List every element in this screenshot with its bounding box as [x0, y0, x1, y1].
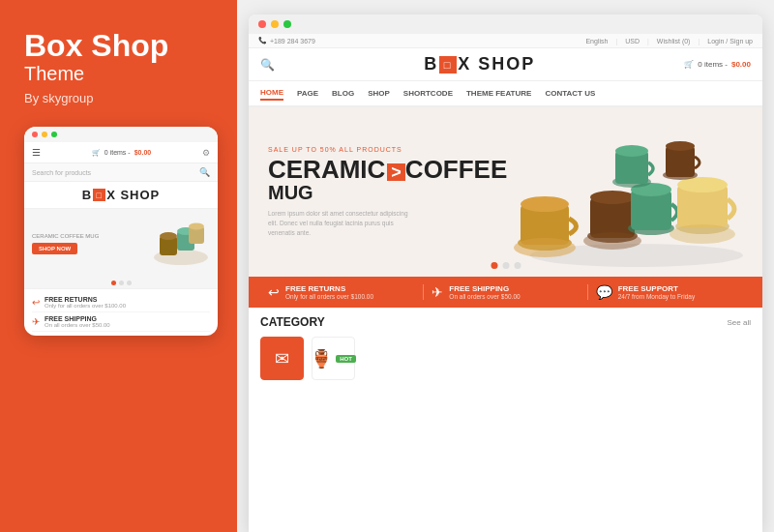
green-dot — [51, 132, 57, 137]
mobile-mockup: ☰ 🛒 0 items - $0.00 ⚙ Search for product… — [24, 127, 218, 336]
desktop-top-bar — [249, 15, 762, 34]
returns-icon: ↩ — [32, 297, 40, 308]
banner-dot-2[interactable] — [119, 281, 124, 285]
category-title: CATEGORY — [260, 315, 325, 329]
shop-now-button[interactable]: SHOP NOW — [32, 243, 77, 254]
nav-home[interactable]: HOME — [260, 86, 283, 101]
utility-phone: 📞 +189 284 3679 — [258, 37, 315, 44]
banner-label: CERAMIC COFFEE MUG — [32, 233, 99, 239]
settings-icon[interactable]: ⚙ — [202, 148, 210, 158]
mobile-features: ↩ FREE RETURNS Only for all orders over … — [24, 288, 218, 336]
phone-number: +189 284 3679 — [270, 38, 315, 44]
desktop-returns-content: FREE RETURNS Only for all orders over $1… — [285, 284, 373, 300]
desktop-search-icon[interactable]: 🔍 — [260, 58, 275, 72]
hero-sale-label: SALE UP TO 50% ALL PRODUCTS — [268, 146, 507, 153]
see-all-link[interactable]: See all — [728, 318, 751, 327]
mobile-top-bar — [24, 127, 218, 142]
mobile-banner-image — [152, 217, 210, 270]
svg-point-25 — [666, 141, 695, 151]
currency-selector[interactable]: USD — [625, 38, 640, 44]
cups-illustration-mobile — [152, 217, 210, 270]
svg-point-27 — [583, 232, 641, 250]
category-icon-2: 🏺 — [311, 348, 332, 369]
desktop-support-icon: 💬 — [596, 284, 612, 300]
hero-dot-1[interactable] — [491, 262, 497, 269]
mobile-header: ☰ 🛒 0 items - $0.00 ⚙ — [24, 142, 218, 163]
mobile-feature-shipping: ✈ FREE SHIPPING On all orders over $50.0… — [32, 312, 210, 332]
nav-blog[interactable]: BLOG — [332, 87, 354, 100]
cart-price: $0.00 — [134, 149, 152, 156]
hero-highlight: > — [387, 163, 405, 181]
hero-navigation-dots — [491, 262, 521, 269]
hero-dot-2[interactable] — [502, 262, 509, 269]
nav-contact[interactable]: CONTACT US — [545, 87, 595, 100]
language-selector[interactable]: English — [585, 38, 608, 44]
desktop-shipping-desc: On all orders over $50.00 — [449, 293, 520, 300]
search-placeholder: Search for products — [32, 169, 91, 176]
hero-desc: Lorem ipsum dolor sit amet consectetur a… — [268, 209, 413, 237]
desktop-cart[interactable]: 🛒 0 items - $0.00 — [684, 60, 751, 69]
desktop-category-header: CATEGORY See all — [249, 308, 762, 337]
search-icon[interactable]: 🔍 — [199, 167, 210, 177]
returns-title: FREE RETURNS — [45, 296, 126, 303]
shipping-content: FREE SHIPPING On all orders over $50.00 — [45, 315, 110, 328]
desktop-red-dot — [258, 20, 266, 28]
left-panel: Box Shop Theme By skygroup ☰ 🛒 0 items -… — [0, 0, 237, 532]
desktop-hero: SALE UP TO 50% ALL PRODUCTS CERAMIC>COFF… — [249, 107, 762, 277]
cart-icon: 🛒 — [92, 149, 101, 157]
banner-dot-1[interactable] — [111, 281, 116, 285]
desktop-support-title: FREE SUPPORT — [618, 284, 695, 293]
hero-title-sub: MUG — [268, 182, 507, 203]
desktop-support-content: FREE SUPPORT 24/7 from Monday to Friday — [618, 284, 695, 300]
account-link[interactable]: Login / Sign up — [707, 38, 753, 44]
shipping-title: FREE SHIPPING — [45, 315, 110, 322]
right-panel: 📞 +189 284 3679 English | USD | Wishlist… — [237, 0, 774, 532]
svg-point-22 — [615, 145, 648, 157]
category-item-1[interactable]: ✉ — [260, 337, 304, 380]
desktop-green-dot — [283, 20, 291, 28]
shipping-icon: ✈ — [32, 316, 40, 327]
nav-page[interactable]: PAGE — [297, 87, 318, 100]
banner-dot-3[interactable] — [127, 281, 132, 285]
desktop-feature-shipping: ✈ FREE SHIPPING On all orders over $50.0… — [424, 284, 587, 300]
mobile-feature-returns: ↩ FREE RETURNS Only for all orders over … — [32, 293, 210, 312]
app-by: By skygroup — [24, 91, 218, 105]
mobile-banner: CERAMIC COFFEE MUG SHOP NOW — [24, 209, 218, 278]
hamburger-icon[interactable]: ☰ — [32, 147, 41, 158]
nav-shop[interactable]: SHOP — [368, 87, 390, 100]
hero-content: SALE UP TO 50% ALL PRODUCTS CERAMIC>COFF… — [249, 132, 526, 251]
desktop-main-header: 🔍 B□X SHOP 🛒 0 items - $0.00 — [249, 48, 762, 81]
svg-point-2 — [160, 232, 177, 240]
mobile-logo-area: B□X SHOP — [24, 182, 218, 209]
desktop-cart-price: $0.00 — [731, 60, 751, 69]
hot-badge: HOT — [336, 355, 356, 363]
nav-theme-feature[interactable]: THEME FEATURE — [466, 87, 531, 100]
desktop-logo: B□X SHOP — [424, 54, 535, 74]
logo-box-icon: □ — [93, 189, 105, 201]
hero-title-main: CERAMIC>COFFEE — [268, 157, 507, 182]
desktop-features-bar: ↩ FREE RETURNS Only for all orders over … — [249, 277, 762, 308]
app-subtitle: Theme — [24, 63, 218, 85]
desktop-cart-icon: 🛒 — [684, 60, 694, 69]
desktop-support-desc: 24/7 from Monday to Friday — [618, 293, 695, 300]
desktop-returns-icon: ↩ — [268, 284, 280, 300]
hero-dot-3[interactable] — [514, 262, 521, 269]
svg-point-10 — [521, 196, 569, 212]
returns-content: FREE RETURNS Only for all orders over $1… — [45, 296, 126, 309]
category-item-2[interactable]: 🏺 HOT — [312, 337, 355, 380]
yellow-dot — [42, 132, 47, 137]
mobile-cart[interactable]: 🛒 0 items - $0.00 — [92, 149, 151, 157]
desktop-mockup: 📞 +189 284 3679 English | USD | Wishlist… — [249, 15, 762, 532]
desktop-feature-support: 💬 FREE SUPPORT 24/7 from Monday to Frida… — [588, 284, 751, 300]
mobile-logo: B□X SHOP — [82, 188, 161, 202]
utility-right: English | USD | Wishlist (0) | Login / S… — [585, 38, 753, 44]
wishlist-link[interactable]: Wishlist (0) — [657, 38, 691, 44]
desktop-nav: HOME PAGE BLOG SHOP SHORTCODE THEME FEAT… — [249, 81, 762, 107]
category-icon-1: ✉ — [275, 348, 289, 369]
nav-shortcode[interactable]: SHORTCODE — [403, 87, 453, 100]
app-title: Box Shop — [24, 29, 218, 63]
mobile-banner-text: CERAMIC COFFEE MUG SHOP NOW — [32, 233, 99, 254]
phone-icon: 📞 — [258, 37, 267, 44]
svg-point-28 — [670, 224, 735, 244]
mobile-search-bar: Search for products 🔍 — [24, 163, 218, 182]
